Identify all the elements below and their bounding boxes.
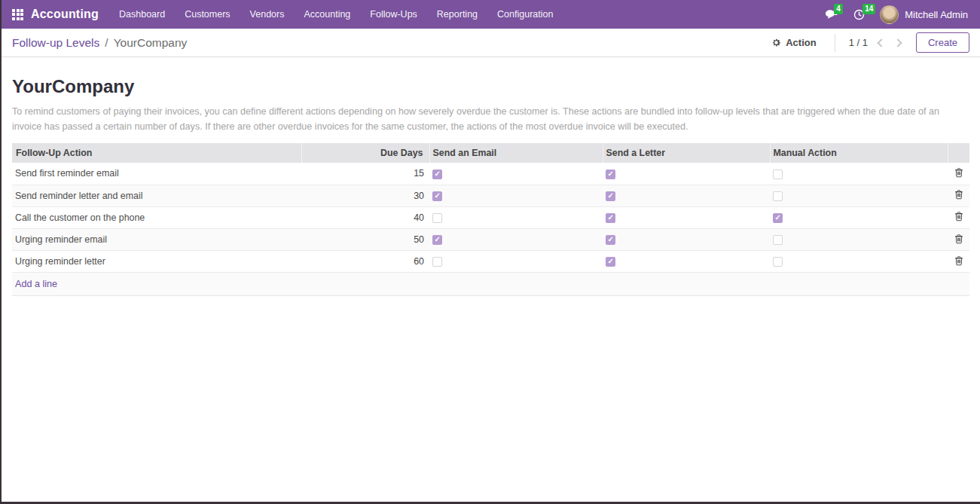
trash-icon — [954, 167, 963, 178]
send-letter-checkbox[interactable] — [606, 213, 615, 223]
menu-item-vendors[interactable]: Vendors — [240, 0, 295, 29]
manual-action-checkbox[interactable] — [773, 235, 783, 245]
manual-action-checkbox[interactable] — [773, 191, 783, 201]
column-header-send-a-letter[interactable]: Send a Letter — [603, 143, 770, 163]
pager: 1 / 1 — [849, 37, 901, 48]
send-email-cell[interactable] — [429, 251, 603, 273]
send-email-cell[interactable] — [429, 206, 603, 228]
user-avatar — [880, 5, 899, 24]
control-panel: Follow-up Levels / YourCompany Action 1 … — [0, 29, 980, 57]
column-header-send-an-email[interactable]: Send an Email — [429, 143, 603, 163]
manual-action-checkbox[interactable] — [773, 170, 783, 179]
followup-action-cell[interactable]: Send reminder letter and email — [12, 185, 301, 206]
send-letter-cell[interactable] — [603, 251, 770, 273]
delete-row-button[interactable] — [954, 211, 963, 221]
breadcrumb-current: YourCompany — [114, 36, 188, 50]
table-row: Urging reminder email 50 — [12, 228, 969, 250]
delete-row-button[interactable] — [954, 234, 963, 244]
due-days-cell[interactable]: 60 — [301, 251, 429, 273]
column-header-due-days[interactable]: Due Days — [301, 143, 429, 163]
send-email-checkbox[interactable] — [432, 191, 442, 201]
delete-row-button[interactable] — [954, 167, 963, 178]
menu-item-follow-ups[interactable]: Follow-Ups — [360, 0, 427, 29]
activities-menu[interactable]: 14 — [853, 9, 865, 20]
send-email-cell[interactable] — [429, 163, 603, 185]
followup-action-cell[interactable]: Urging reminder email — [12, 228, 301, 250]
trash-icon — [954, 234, 963, 244]
breadcrumb-separator: / — [105, 36, 108, 50]
send-email-cell[interactable] — [429, 185, 603, 206]
table-row: Send reminder letter and email 30 — [12, 185, 969, 206]
send-letter-cell[interactable] — [603, 206, 770, 228]
column-header-followup-action[interactable]: Follow-Up Action — [12, 143, 301, 163]
gear-icon — [771, 38, 781, 47]
menu-item-accounting[interactable]: Accounting — [294, 0, 360, 29]
send-letter-checkbox[interactable] — [606, 170, 615, 179]
send-email-cell[interactable] — [429, 228, 603, 250]
send-letter-checkbox[interactable] — [606, 257, 615, 267]
window-left-edge — [0, 0, 2, 504]
action-label: Action — [786, 37, 816, 48]
due-days-cell[interactable]: 40 — [301, 206, 429, 228]
delete-row-button[interactable] — [954, 189, 963, 200]
pager-value: 1 / 1 — [849, 37, 868, 48]
send-letter-checkbox[interactable] — [606, 235, 615, 245]
add-a-line-link[interactable]: Add a line — [15, 279, 57, 289]
send-email-checkbox[interactable] — [432, 213, 442, 223]
divider — [835, 34, 835, 52]
followup-table-body: Send first reminder email 15 Send remind… — [12, 163, 969, 296]
pager-previous-button[interactable] — [877, 38, 885, 47]
delete-row-button[interactable] — [954, 255, 963, 266]
table-row: Urging reminder letter 60 — [12, 251, 969, 273]
manual-action-cell[interactable] — [770, 185, 948, 206]
page-description: To remind customers of paying their invo… — [12, 104, 955, 134]
activities-badge: 14 — [862, 4, 875, 14]
send-email-checkbox[interactable] — [432, 257, 442, 267]
manual-action-checkbox[interactable] — [773, 213, 783, 223]
top-navbar: Accounting Dashboard Customers Vendors A… — [0, 0, 980, 29]
create-button[interactable]: Create — [916, 32, 969, 53]
send-email-checkbox[interactable] — [432, 170, 442, 179]
due-days-cell[interactable]: 30 — [301, 185, 429, 206]
send-letter-cell[interactable] — [603, 185, 770, 206]
add-line-row: Add a line — [12, 273, 969, 296]
menu-item-customers[interactable]: Customers — [175, 0, 240, 29]
trash-icon — [954, 255, 963, 266]
menu-item-dashboard[interactable]: Dashboard — [109, 0, 175, 29]
table-row: Send first reminder email 15 — [12, 163, 969, 185]
followup-levels-table: Follow-Up Action Due Days Send an Email … — [12, 143, 969, 296]
messages-badge: 4 — [834, 4, 843, 14]
trash-icon — [954, 189, 963, 200]
manual-action-cell[interactable] — [770, 163, 948, 185]
manual-action-cell[interactable] — [770, 251, 948, 273]
followup-action-cell[interactable]: Send first reminder email — [12, 163, 301, 185]
page-title: YourCompany — [12, 76, 968, 97]
followup-action-cell[interactable]: Call the customer on the phone — [12, 206, 301, 228]
user-menu[interactable]: Mitchell Admin — [880, 5, 968, 24]
column-header-actions — [948, 143, 969, 163]
trash-icon — [954, 211, 963, 221]
manual-action-checkbox[interactable] — [773, 257, 783, 267]
table-row: Call the customer on the phone 40 — [12, 206, 969, 228]
user-name: Mitchell Admin — [905, 9, 968, 20]
send-letter-cell[interactable] — [603, 228, 770, 250]
apps-grid-icon[interactable] — [12, 9, 23, 20]
menu-item-reporting[interactable]: Reporting — [427, 0, 487, 29]
pager-next-button[interactable] — [893, 38, 902, 47]
menu-item-configuration[interactable]: Configuration — [487, 0, 563, 29]
due-days-cell[interactable]: 50 — [301, 228, 429, 250]
column-header-manual-action[interactable]: Manual Action — [770, 143, 948, 163]
breadcrumb: Follow-up Levels / YourCompany — [12, 36, 187, 50]
action-menu-button[interactable]: Action — [767, 34, 820, 51]
due-days-cell[interactable]: 15 — [301, 163, 429, 185]
messages-menu[interactable]: 4 — [825, 9, 838, 20]
send-letter-cell[interactable] — [603, 163, 770, 185]
manual-action-cell[interactable] — [770, 228, 948, 250]
app-brand[interactable]: Accounting — [31, 8, 99, 21]
send-letter-checkbox[interactable] — [606, 191, 615, 201]
send-email-checkbox[interactable] — [432, 235, 442, 245]
breadcrumb-parent-link[interactable]: Follow-up Levels — [12, 36, 99, 50]
followup-action-cell[interactable]: Urging reminder letter — [12, 251, 301, 273]
manual-action-cell[interactable] — [770, 206, 948, 228]
form-sheet: YourCompany To remind customers of payin… — [0, 57, 980, 296]
